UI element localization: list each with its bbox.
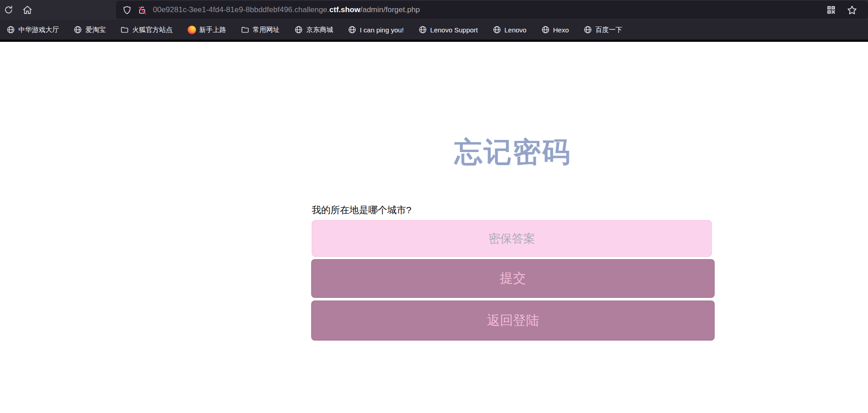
bookmark-item[interactable]: 新手上路 [183, 22, 230, 37]
address-bar[interactable]: 00e9281c-3ee1-4fd4-81e9-8bbddfebf496.cha… [116, 1, 868, 19]
home-icon [22, 4, 33, 15]
bookmark-item[interactable]: 中华游戏大厅 [3, 22, 63, 37]
folder-icon [120, 25, 129, 34]
url-domain: ctf.show [329, 5, 360, 14]
bookmark-label: Lenovo Support [430, 26, 478, 34]
url-text: 00e9281c-3ee1-4fd4-81e9-8bbddfebf496.cha… [153, 5, 420, 14]
bookmark-label: 火狐官方站点 [132, 26, 173, 34]
qr-extension-icon[interactable] [826, 5, 836, 15]
bookmark-label: 爱淘宝 [85, 26, 106, 34]
browser-chrome: 00e9281c-3ee1-4fd4-81e9-8bbddfebf496.cha… [0, 0, 868, 42]
url-path: /admin/forget.php [360, 5, 420, 14]
bookmark-label: 常用网址 [253, 26, 280, 34]
globe-icon [73, 25, 82, 34]
bookmark-item[interactable]: Lenovo [489, 22, 530, 37]
reload-icon [4, 5, 13, 15]
browser-toolbar: 00e9281c-3ee1-4fd4-81e9-8bbddfebf496.cha… [0, 0, 868, 20]
insecure-lock-slash-icon[interactable] [138, 5, 147, 15]
page-content: 忘记密码 我的所在地是哪个城市? 提交 返回登陆 [0, 44, 868, 413]
reload-button[interactable] [2, 3, 15, 17]
globe-icon [418, 25, 427, 34]
globe-icon [541, 25, 550, 34]
bookmark-label: 新手上路 [199, 26, 226, 34]
bookmark-label: Lenovo [505, 26, 527, 34]
globe-icon [294, 25, 303, 34]
firefox-icon [187, 25, 196, 34]
bookmark-item[interactable]: 百度一下 [580, 22, 626, 37]
submit-button[interactable]: 提交 [311, 259, 715, 298]
folder-icon [241, 25, 250, 34]
tracking-protection-shield-icon[interactable] [122, 5, 132, 15]
home-button[interactable] [21, 3, 34, 17]
bookmark-label: 京东商城 [306, 26, 333, 34]
bookmark-label: I can ping you! [360, 26, 404, 34]
urlbar-right-actions [826, 5, 857, 15]
globe-icon [6, 25, 15, 34]
bookmark-item[interactable]: 京东商城 [291, 22, 337, 37]
globe-icon [583, 25, 592, 34]
url-subdomain: 00e9281c-3ee1-4fd4-81e9-8bbddfebf496.cha… [153, 5, 329, 14]
bookmark-item[interactable]: 常用网址 [237, 22, 283, 37]
bookmark-item[interactable]: Hexo [537, 22, 573, 37]
bookmark-item[interactable]: I can ping you! [344, 22, 407, 37]
answer-input[interactable] [312, 220, 712, 257]
globe-icon [492, 25, 501, 34]
bookmark-item[interactable]: Lenovo Support [415, 22, 482, 37]
security-question-label: 我的所在地是哪个城市? [312, 204, 412, 216]
bookmarks-bar: 中华游戏大厅爱淘宝火狐官方站点新手上路常用网址京东商城I can ping yo… [0, 20, 868, 42]
back-to-login-button[interactable]: 返回登陆 [311, 301, 715, 341]
bookmark-label: 百度一下 [595, 26, 622, 34]
globe-icon [348, 25, 357, 34]
bookmark-item[interactable]: 爱淘宝 [70, 22, 109, 37]
bookmark-star-icon[interactable] [847, 5, 857, 15]
page-title: 忘记密码 [311, 133, 715, 171]
bookmark-label: Hexo [553, 26, 569, 34]
bookmark-item[interactable]: 火狐官方站点 [116, 22, 176, 37]
bookmark-label: 中华游戏大厅 [18, 26, 59, 34]
